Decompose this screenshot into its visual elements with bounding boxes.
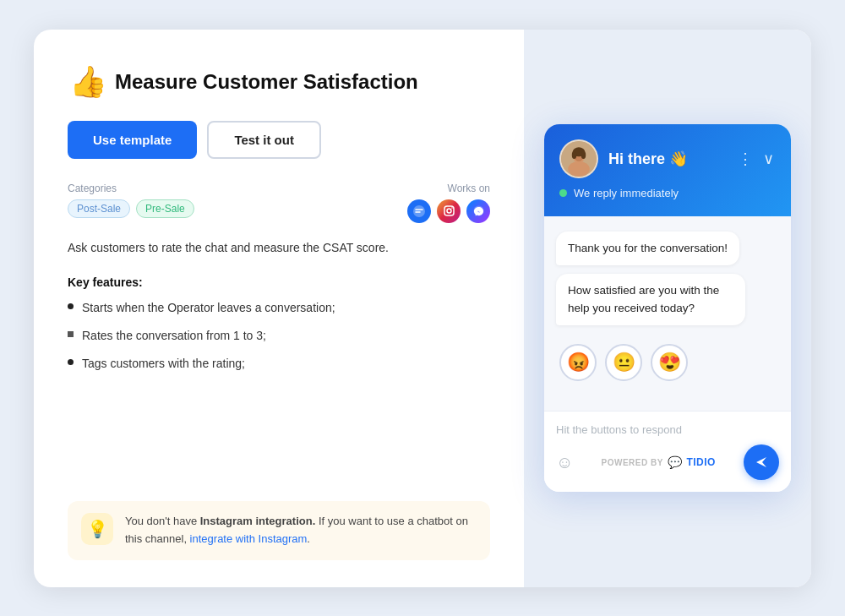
emoji-input-icon[interactable]: ☺	[556, 453, 573, 472]
chat-input-placeholder: Hit the buttons to respond	[556, 420, 779, 444]
tag-row: Post-Sale Pre-Sale	[68, 199, 194, 218]
use-template-button[interactable]: Use template	[68, 121, 197, 159]
chat-message-2: How satisfied are you with the help you …	[556, 274, 745, 325]
main-card: 👍 Measure Customer Satisfaction Use temp…	[34, 30, 811, 587]
tidio-channel-icon	[407, 199, 431, 223]
powered-by-label: POWERED BY	[602, 458, 663, 467]
right-panel: Hi there 👋 ⋮ ∨ We reply immediately Than…	[524, 30, 811, 587]
messenger-channel-icon	[466, 199, 490, 223]
svg-point-5	[451, 207, 453, 209]
tag-post-sale: Post-Sale	[68, 199, 130, 218]
title-row: 👍 Measure Customer Satisfaction	[68, 63, 490, 101]
template-icon: 👍	[68, 63, 105, 101]
categories-col: Categories Post-Sale Pre-Sale	[68, 183, 194, 218]
emoji-love[interactable]: 😍	[651, 344, 688, 381]
status-dot	[559, 189, 567, 197]
emoji-angry[interactable]: 😡	[559, 344, 597, 381]
agent-avatar	[559, 139, 598, 178]
svg-point-2	[413, 205, 425, 217]
feature-item-3: Tags customers with the rating;	[68, 355, 490, 373]
warning-box: 💡 You don't have Instagram integration. …	[68, 501, 490, 560]
brand-name: TIDIO	[686, 456, 716, 468]
svg-text:👍: 👍	[69, 63, 105, 100]
greeting-text: Hi there 👋	[608, 150, 688, 167]
test-it-out-button[interactable]: Test it out	[207, 121, 321, 159]
more-options-icon[interactable]: ⋮	[736, 148, 755, 170]
svg-point-4	[447, 209, 451, 213]
feature-text-1: Starts when the Operator leaves a conver…	[82, 299, 335, 317]
emoji-row: 😡 😐 😍	[559, 344, 779, 381]
chat-greeting: Hi there 👋	[598, 150, 736, 168]
svg-point-10	[568, 161, 590, 177]
meta-row: Categories Post-Sale Pre-Sale Works on	[68, 183, 490, 223]
bullet-icon-2	[68, 331, 74, 337]
bullet-icon-1	[68, 303, 74, 309]
features-list: Starts when the Operator leaves a conver…	[68, 299, 490, 383]
categories-label: Categories	[68, 183, 194, 194]
feature-item-2: Rates the conversation from 1 to 3;	[68, 327, 490, 345]
warning-icon: 💡	[81, 513, 113, 545]
feature-text-3: Tags customers with the rating;	[82, 355, 245, 373]
warning-text: You don't have Instagram integration. If…	[125, 513, 477, 548]
chat-widget: Hi there 👋 ⋮ ∨ We reply immediately Than…	[544, 124, 791, 492]
key-features-title: Key features:	[68, 275, 490, 289]
send-button[interactable]	[744, 444, 779, 480]
button-row: Use template Test it out	[68, 121, 490, 159]
chat-footer-bar: ☺ POWERED BY 💬 TIDIO	[556, 444, 779, 480]
svg-point-14	[581, 151, 586, 159]
instagram-channel-icon	[437, 199, 461, 223]
description: Ask customers to rate the chat and measu…	[68, 238, 490, 257]
chevron-down-icon[interactable]: ∨	[761, 148, 776, 170]
tag-pre-sale: Pre-Sale	[136, 199, 194, 218]
feature-item-1: Starts when the Operator leaves a conver…	[68, 299, 490, 317]
channel-icons	[407, 199, 490, 223]
left-panel: 👍 Measure Customer Satisfaction Use temp…	[34, 30, 524, 587]
powered-by: POWERED BY 💬 TIDIO	[602, 455, 716, 469]
page-title: Measure Customer Satisfaction	[115, 70, 418, 94]
tidio-logo-icon: 💬	[668, 455, 683, 469]
chat-message-1: Thank you for the conversation!	[556, 232, 739, 265]
emoji-neutral[interactable]: 😐	[605, 344, 642, 381]
chat-header-actions: ⋮ ∨	[736, 148, 776, 170]
chat-header-top: Hi there 👋 ⋮ ∨	[559, 139, 776, 178]
instagram-link[interactable]: integrate with Instagram	[190, 532, 308, 545]
chat-status-bar: We reply immediately	[559, 187, 776, 199]
chat-header: Hi there 👋 ⋮ ∨ We reply immediately	[544, 124, 791, 216]
works-on-col: Works on	[407, 183, 490, 223]
bullet-icon-3	[68, 359, 74, 365]
chat-body: Thank you for the conversation! How sati…	[544, 216, 791, 411]
status-text: We reply immediately	[574, 187, 679, 199]
chat-footer: Hit the buttons to respond ☺ POWERED BY …	[544, 411, 791, 492]
svg-point-13	[572, 151, 576, 159]
works-on-label: Works on	[407, 183, 490, 194]
feature-text-2: Rates the conversation from 1 to 3;	[82, 327, 266, 345]
